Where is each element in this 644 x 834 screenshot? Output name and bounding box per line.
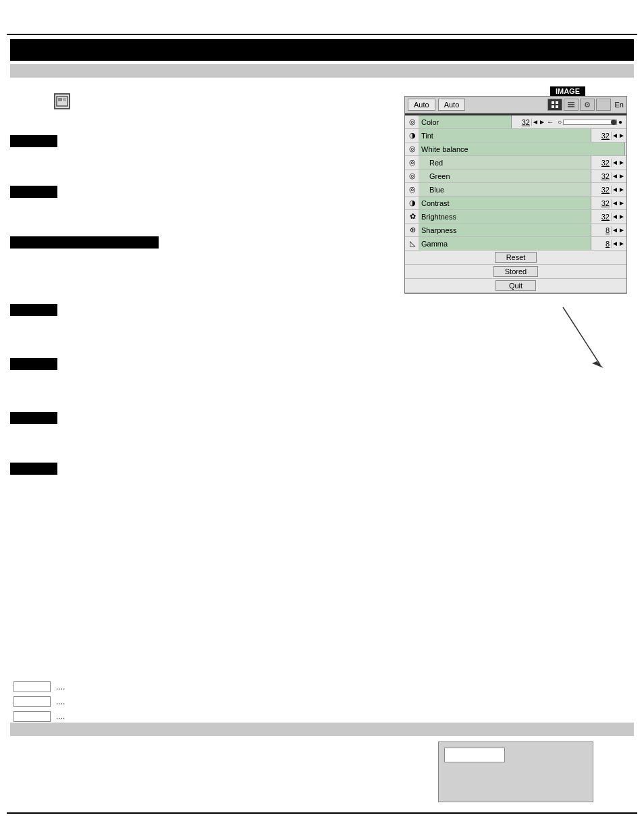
slider-left-end: ○ xyxy=(558,118,562,126)
step-5-label xyxy=(10,358,57,370)
menu-icon-grid[interactable] xyxy=(547,99,562,111)
quit-button[interactable]: Quit xyxy=(495,280,536,291)
step-3-label xyxy=(10,236,159,249)
color-value: 32 xyxy=(512,118,532,126)
step-6-text xyxy=(10,428,307,440)
step-5-text2 xyxy=(10,389,307,401)
contrast-label: Contrast xyxy=(419,197,591,209)
svg-rect-6 xyxy=(556,105,558,108)
step-2-text2 xyxy=(10,217,307,229)
brightness-value: 32 xyxy=(591,213,612,221)
color-label: Color xyxy=(419,115,512,128)
green-arrows[interactable]: ◄► xyxy=(612,172,625,180)
auto-button-2[interactable]: Auto xyxy=(438,99,466,111)
red-icon: ◎ xyxy=(406,158,419,167)
menu-icon-settings[interactable] xyxy=(580,99,595,111)
step-3-text xyxy=(10,253,307,265)
sharpness-label: Sharpness xyxy=(419,224,591,236)
bottom-gray-bar xyxy=(10,723,634,736)
menu-en-label: En xyxy=(615,101,624,109)
tint-label: Tint xyxy=(419,129,591,142)
menu-icon-list[interactable] xyxy=(564,99,579,111)
gamma-value: 8 xyxy=(591,240,612,248)
reset-button[interactable]: Reset xyxy=(495,252,537,263)
menu-quit-row: Quit xyxy=(405,279,626,293)
menu-row-sharpness: ⊕ Sharpness 8 ◄► xyxy=(405,224,626,237)
gamma-label: Gamma xyxy=(419,237,591,250)
color-slider-thumb[interactable] xyxy=(611,120,616,125)
color-slider-track[interactable] xyxy=(563,120,617,125)
page-border-top xyxy=(7,34,637,35)
auto-button-1[interactable]: Auto xyxy=(408,99,435,111)
wb-icon: ◎ xyxy=(406,145,419,153)
step-1-label xyxy=(10,135,57,147)
legend-box-1 xyxy=(14,681,51,692)
svg-rect-7 xyxy=(568,102,574,103)
svg-point-11 xyxy=(587,104,588,105)
icon-image xyxy=(54,93,70,109)
menu-row-color: ◎ Color 32 ◄► ← ○ ● xyxy=(405,115,626,129)
bottom-section xyxy=(10,723,634,810)
brightness-icon: ✿ xyxy=(406,212,419,221)
step-7-label xyxy=(10,463,57,475)
step-4-section xyxy=(10,304,307,350)
color-arrows[interactable]: ◄► xyxy=(532,118,545,126)
green-label: Green xyxy=(419,170,591,182)
tint-arrows[interactable]: ◄► xyxy=(612,132,625,139)
bottom-panel-inner xyxy=(444,748,505,762)
svg-marker-13 xyxy=(592,361,603,368)
menu-stored-row: Stored xyxy=(405,265,626,279)
brightness-arrows[interactable]: ◄► xyxy=(612,213,625,220)
step-5-text xyxy=(10,374,307,386)
gamma-icon: ◺ xyxy=(406,239,419,248)
red-label: Red xyxy=(419,156,591,169)
step-2-text xyxy=(10,202,307,214)
menu-header-row: Auto Auto En xyxy=(405,97,626,113)
legend-box-2 xyxy=(14,696,51,707)
page-border-bottom xyxy=(7,812,637,814)
sharpness-arrows[interactable]: ◄► xyxy=(612,226,625,234)
color-arrow-left[interactable]: ← xyxy=(545,118,555,126)
color-slider-container: ○ ● xyxy=(555,118,625,126)
menu-row-blue: ◎ Blue 32 ◄► xyxy=(405,183,626,197)
green-icon: ◎ xyxy=(406,172,419,180)
svg-line-12 xyxy=(563,307,600,365)
slider-right-end: ● xyxy=(618,118,622,126)
stored-button[interactable]: Stored xyxy=(493,266,538,277)
menu-row-brightness: ✿ Brightness 32 ◄► xyxy=(405,210,626,224)
menu-row-green: ◎ Green 32 ◄► xyxy=(405,170,626,183)
red-arrows[interactable]: ◄► xyxy=(612,159,625,166)
step-4-label xyxy=(10,304,57,316)
content-area: IMAGE Auto Auto xyxy=(10,81,634,699)
menu-icon-group xyxy=(547,99,611,111)
step-3-text3 xyxy=(10,282,307,294)
step-2-label xyxy=(10,186,57,198)
subtitle-bar xyxy=(10,64,634,78)
step-7-text2 xyxy=(10,494,307,506)
blue-icon: ◎ xyxy=(406,185,419,194)
contrast-icon: ◑ xyxy=(406,199,419,207)
svg-rect-4 xyxy=(556,101,558,104)
svg-rect-2 xyxy=(63,98,66,101)
legend-box-3 xyxy=(14,711,51,722)
svg-rect-1 xyxy=(58,98,62,101)
legend-dots-1: .... xyxy=(56,682,65,692)
legend-item-2: .... xyxy=(14,696,182,707)
color-icon: ◎ xyxy=(406,118,419,126)
step-4-text2 xyxy=(10,335,307,347)
contrast-arrows[interactable]: ◄► xyxy=(612,199,625,207)
step-1-section xyxy=(10,135,307,181)
gamma-arrows[interactable]: ◄► xyxy=(612,240,625,247)
svg-rect-5 xyxy=(552,105,554,108)
image-menu-box: Auto Auto En xyxy=(404,96,627,294)
step-2-section xyxy=(10,186,307,232)
blue-arrows[interactable]: ◄► xyxy=(612,186,625,193)
bottom-panel-box xyxy=(438,741,593,802)
menu-icon-extra[interactable] xyxy=(596,99,611,111)
title-bar xyxy=(10,39,634,61)
svg-rect-8 xyxy=(568,104,574,105)
step-7-text xyxy=(10,479,307,491)
step-3-text2 xyxy=(10,267,307,280)
step-3-section xyxy=(10,236,307,297)
legend-item-1: .... xyxy=(14,681,182,692)
